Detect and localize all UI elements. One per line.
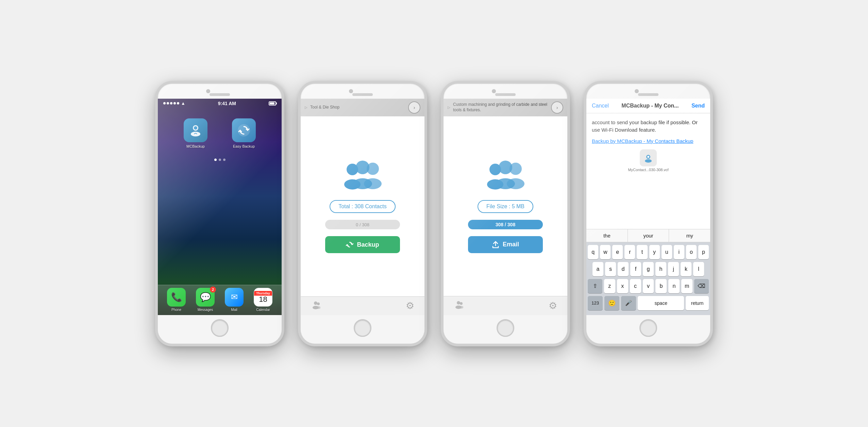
wifi-icon: ▲ [181, 101, 185, 106]
home-button-1[interactable] [211, 319, 229, 337]
ad-content-3: ▷ Custom machining and grinding of carbi… [448, 102, 551, 113]
progress-wrapper-2: 0 / 308 [325, 220, 400, 229]
key-n[interactable]: n [668, 279, 680, 293]
key-p[interactable]: p [698, 245, 709, 259]
key-l[interactable]: l [693, 262, 704, 276]
key-emoji[interactable]: 🙂 [604, 296, 619, 310]
phone-2-top [301, 84, 424, 99]
key-u[interactable]: u [662, 245, 672, 259]
camera [206, 89, 210, 93]
key-y[interactable]: y [649, 245, 660, 259]
dock-calendar-icon[interactable]: Thursday 18 [254, 288, 272, 307]
backup-screen: ▷ Tool & Die Shop › [301, 99, 424, 315]
app-easybackup[interactable]: Easy Backup [223, 118, 265, 148]
key-s[interactable]: s [605, 262, 616, 276]
key-return[interactable]: return [686, 296, 709, 310]
key-b[interactable]: b [655, 279, 667, 293]
email-link[interactable]: Backup by MCBackup - My Contacts Backup [592, 138, 705, 144]
key-t[interactable]: t [637, 245, 647, 259]
dock: 📞 Phone 2 💬 Messages ✉ [158, 285, 282, 315]
ad-chevron-2[interactable]: › [408, 101, 420, 114]
home-button-2[interactable] [354, 319, 371, 337]
status-time: 9:41 AM [218, 101, 236, 106]
key-j[interactable]: j [668, 262, 679, 276]
keyboard-row-1: q w e r t y u i o p [588, 245, 709, 259]
email-btn-label: Email [503, 241, 519, 248]
cancel-button[interactable]: Cancel [592, 103, 609, 109]
upload-icon [492, 241, 499, 248]
ad-text-3: Custom machining and grinding of carbide… [453, 102, 551, 113]
key-e[interactable]: e [612, 245, 623, 259]
home-button-3[interactable] [497, 319, 514, 337]
settings-icon-3[interactable]: ⚙ [549, 300, 557, 311]
easybackup-icon[interactable] [232, 118, 256, 142]
key-delete[interactable]: ⌫ [694, 279, 709, 293]
dock-mail[interactable]: ✉ Mail [225, 288, 244, 312]
contacts-icon-3 [478, 159, 533, 193]
key-g[interactable]: g [643, 262, 654, 276]
ad-banner-2[interactable]: ▷ Tool & Die Shop › [301, 99, 424, 116]
dock-messages[interactable]: 2 💬 Messages [196, 288, 215, 312]
email-main: File Size : 5 MB 308 / 308 Email [444, 116, 567, 296]
key-shift[interactable]: ⇧ [588, 279, 602, 293]
key-q[interactable]: q [588, 245, 598, 259]
ad-chevron-3[interactable]: › [551, 101, 563, 114]
backup-button[interactable]: Backup [325, 236, 400, 253]
keyboard: q w e r t y u i o p a s [586, 242, 710, 315]
svg-point-26 [645, 159, 652, 163]
app-mcbackup[interactable]: MCBackup [175, 118, 216, 148]
send-button[interactable]: Send [691, 103, 705, 109]
contacts-tab-svg-3 [454, 300, 463, 309]
dot-2 [167, 102, 169, 104]
key-f[interactable]: f [630, 262, 641, 276]
key-v[interactable]: v [643, 279, 654, 293]
easybackup-svg [237, 123, 251, 137]
key-i[interactable]: i [674, 245, 684, 259]
email-button[interactable]: Email [468, 236, 543, 253]
settings-icon-2[interactable]: ⚙ [406, 300, 414, 311]
file-size: File Size : 5 MB [478, 200, 533, 213]
dock-phone-label: Phone [171, 308, 181, 312]
easybackup-label: Easy Backup [233, 144, 255, 148]
key-123[interactable]: 123 [588, 296, 603, 310]
key-k[interactable]: k [681, 262, 691, 276]
key-space[interactable]: space [638, 296, 684, 310]
messages-badge: 2 [210, 286, 216, 293]
keyboard-row-2: a s d f g h j k l [588, 262, 709, 276]
svg-point-25 [647, 156, 649, 158]
svg-point-19 [487, 179, 503, 190]
key-o[interactable]: o [686, 245, 697, 259]
key-x[interactable]: x [617, 279, 628, 293]
calendar-inner: Thursday 18 [254, 291, 272, 303]
dock-calendar[interactable]: Thursday 18 Calendar [254, 288, 272, 312]
key-h[interactable]: h [655, 262, 666, 276]
key-a[interactable]: a [592, 262, 603, 276]
dock-phone-icon[interactable]: 📞 [167, 288, 186, 307]
mcbackup-icon[interactable] [184, 118, 207, 142]
home-button-4[interactable] [639, 319, 657, 337]
contacts-tab-icon-3[interactable] [454, 300, 463, 312]
phone-1-top [158, 84, 282, 99]
key-m[interactable]: m [681, 279, 692, 293]
dock-mail-icon[interactable]: ✉ [225, 288, 244, 307]
contacts-tab-icon[interactable] [311, 300, 320, 312]
home-screen: ▲ 9:41 AM [158, 99, 282, 315]
camera-4 [635, 89, 639, 93]
bottom-bar-2: ⚙ [301, 296, 424, 315]
ad-banner-3[interactable]: ▷ Custom machining and grinding of carbi… [444, 99, 567, 116]
autocomplete-the[interactable]: the [586, 229, 628, 242]
dock-messages-label: Messages [198, 308, 213, 312]
key-c[interactable]: c [630, 279, 641, 293]
key-d[interactable]: d [618, 262, 629, 276]
autocomplete-your[interactable]: your [628, 229, 669, 242]
key-mic[interactable]: 🎤 [621, 296, 636, 310]
dock-phone[interactable]: 📞 Phone [167, 288, 186, 312]
phone-3: ▷ Custom machining and grinding of carbi… [441, 81, 570, 346]
autocomplete-my[interactable]: my [669, 229, 710, 242]
page-dot-2 [219, 159, 221, 161]
key-w[interactable]: w [600, 245, 611, 259]
key-r[interactable]: r [624, 245, 635, 259]
dot-5 [177, 102, 179, 104]
key-z[interactable]: z [604, 279, 615, 293]
ad-text-2: Tool & Die Shop [310, 105, 339, 110]
